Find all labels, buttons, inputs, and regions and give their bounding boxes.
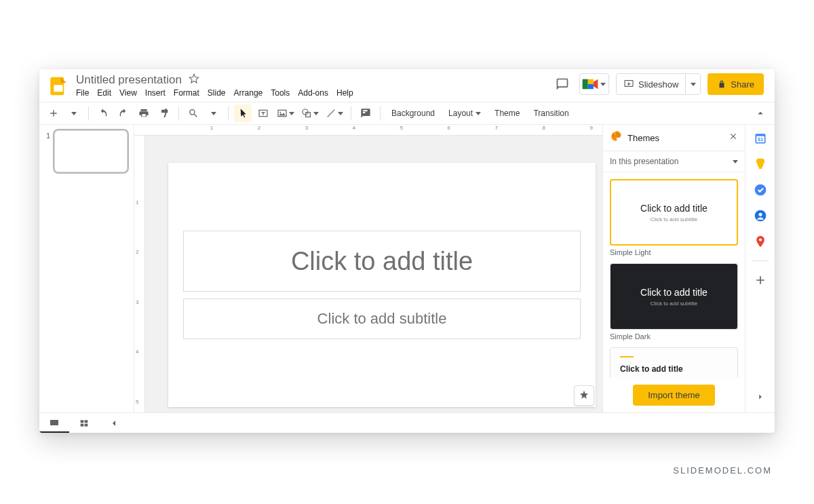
- doc-title[interactable]: Untitled presentation: [76, 73, 182, 87]
- menu-edit[interactable]: Edit: [97, 88, 111, 98]
- header-bar: Untitled presentation File Edit View Ins…: [39, 69, 775, 102]
- hide-sidepanel-icon[interactable]: [756, 392, 765, 412]
- theme-button[interactable]: Theme: [489, 104, 525, 122]
- app-window: Untitled presentation File Edit View Ins…: [39, 69, 775, 433]
- import-theme-button[interactable]: Import theme: [633, 385, 715, 406]
- collapse-filmstrip-icon[interactable]: [99, 413, 129, 433]
- menu-tools[interactable]: Tools: [271, 88, 290, 98]
- menu-insert[interactable]: Insert: [145, 88, 166, 98]
- svg-rect-2: [583, 79, 588, 90]
- svg-rect-1: [54, 85, 62, 92]
- shape-button[interactable]: [299, 104, 321, 122]
- svg-point-13: [617, 134, 618, 135]
- menu-bar: File Edit View Insert Format Slide Arran…: [76, 88, 353, 100]
- paint-format-button[interactable]: [155, 104, 173, 122]
- svg-rect-3: [588, 79, 594, 84]
- chevron-down-icon: [691, 83, 696, 86]
- comments-icon[interactable]: [552, 74, 573, 94]
- editor: 1 2 3 4 5 6 7 8 9 1 2 3: [134, 125, 602, 412]
- svg-rect-4: [588, 84, 594, 89]
- subtitle-placeholder[interactable]: Click to add subtitle: [183, 298, 581, 339]
- svg-rect-24: [85, 420, 88, 423]
- background-button[interactable]: Background: [386, 104, 440, 122]
- svg-rect-25: [81, 423, 84, 426]
- chevron-down-icon: [600, 83, 606, 86]
- svg-point-18: [754, 185, 766, 196]
- theme-name: Simple Dark: [610, 332, 738, 341]
- transition-button[interactable]: Transition: [528, 104, 574, 122]
- theme-simple-dark[interactable]: Click to add title Click to add subtitle: [610, 263, 738, 330]
- zoom-button[interactable]: [185, 104, 202, 122]
- theme-streamline[interactable]: Click to add title Click to add subtitle: [610, 347, 738, 378]
- menu-addons[interactable]: Add-ons: [298, 88, 328, 98]
- filmstrip-view-icon[interactable]: [39, 413, 69, 433]
- slide[interactable]: Click to add title Click to add subtitle: [168, 163, 596, 407]
- slideshow-main[interactable]: Slideshow: [617, 74, 685, 94]
- body: 1 1 2 3 4 5 6 7 8: [39, 125, 775, 412]
- svg-point-21: [758, 238, 761, 241]
- undo-button[interactable]: [94, 104, 112, 122]
- collapse-toolbar-icon[interactable]: [752, 104, 769, 122]
- menu-view[interactable]: View: [119, 88, 137, 98]
- thumbnail[interactable]: [54, 130, 128, 172]
- svg-point-12: [615, 134, 616, 135]
- share-label: Share: [731, 79, 754, 90]
- theme-name: Simple Light: [610, 248, 738, 256]
- new-slide-dropdown[interactable]: [65, 104, 83, 122]
- textbox-button[interactable]: [254, 104, 272, 122]
- svg-text:31: 31: [757, 136, 762, 142]
- svg-point-20: [758, 213, 762, 216]
- menu-help[interactable]: Help: [336, 88, 353, 98]
- redo-button[interactable]: [115, 104, 132, 122]
- svg-rect-26: [85, 423, 88, 426]
- themes-title: Themes: [627, 133, 723, 143]
- image-button[interactable]: [275, 104, 296, 122]
- slideshow-button: Slideshow: [616, 73, 701, 95]
- grid-view-icon[interactable]: [69, 413, 99, 433]
- maps-icon[interactable]: [754, 235, 767, 248]
- zoom-dropdown[interactable]: [205, 104, 222, 122]
- new-slide-button[interactable]: [45, 104, 62, 122]
- palette-icon: [610, 130, 622, 145]
- vertical-ruler[interactable]: 1 2 3 4 5: [134, 136, 145, 412]
- svg-rect-23: [81, 420, 84, 423]
- svg-point-8: [279, 112, 281, 113]
- contacts-icon[interactable]: [754, 209, 767, 222]
- menu-file[interactable]: File: [76, 88, 89, 98]
- side-panel: 31: [745, 125, 775, 412]
- meet-button[interactable]: [579, 73, 609, 95]
- watermark: SLIDEMODEL.COM: [673, 465, 772, 476]
- slide-thumb-1[interactable]: 1: [43, 130, 130, 172]
- canvas[interactable]: Click to add title Click to add subtitle: [145, 136, 602, 412]
- slideshow-dropdown[interactable]: [685, 74, 700, 94]
- calendar-icon[interactable]: 31: [754, 132, 767, 145]
- themes-section-toggle[interactable]: In this presentation: [603, 151, 745, 172]
- keep-icon[interactable]: [754, 157, 767, 171]
- select-tool[interactable]: [234, 104, 252, 122]
- svg-point-9: [303, 109, 308, 115]
- title-placeholder[interactable]: Click to add title: [183, 231, 581, 292]
- comment-button[interactable]: [357, 104, 374, 122]
- explore-button[interactable]: [574, 385, 594, 406]
- svg-rect-22: [50, 420, 58, 425]
- menu-slide[interactable]: Slide: [208, 88, 226, 98]
- tasks-icon[interactable]: [754, 183, 767, 197]
- share-button[interactable]: Share: [708, 73, 764, 95]
- horizontal-ruler[interactable]: 1 2 3 4 5 6 7 8 9: [134, 125, 602, 136]
- print-button[interactable]: [135, 104, 153, 122]
- line-button[interactable]: [324, 104, 345, 122]
- close-icon[interactable]: [729, 132, 738, 144]
- footer: [39, 412, 775, 433]
- themes-panel: Themes In this presentation Click to add…: [602, 125, 745, 412]
- theme-simple-light[interactable]: Click to add title Click to add subtitle: [610, 179, 738, 246]
- filmstrip: 1: [39, 125, 134, 412]
- add-addon-icon[interactable]: [754, 273, 767, 287]
- layout-button[interactable]: Layout: [443, 104, 486, 122]
- lock-icon: [717, 79, 726, 89]
- toolbar: Background Layout Theme Transition: [39, 102, 775, 125]
- menu-format[interactable]: Format: [174, 88, 199, 98]
- menu-arrange[interactable]: Arrange: [234, 88, 263, 98]
- star-icon[interactable]: [189, 73, 199, 87]
- svg-point-14: [618, 135, 619, 136]
- slides-logo[interactable]: [46, 74, 71, 98]
